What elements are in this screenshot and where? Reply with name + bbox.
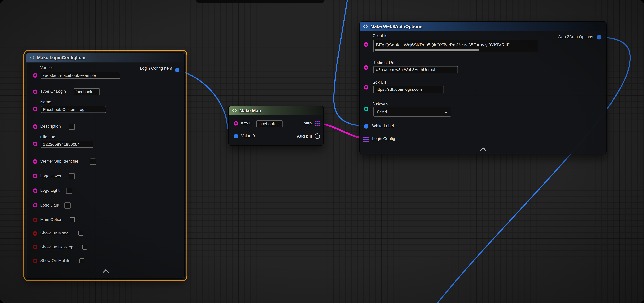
pin-white-label[interactable] <box>364 124 368 128</box>
chevron-up-icon <box>102 269 109 276</box>
type-of-login-field[interactable]: facebook <box>74 88 100 95</box>
node-make-map[interactable]: Make Map Key 0 facebook Map Value 0 Add … <box>228 106 324 146</box>
make-map-icon <box>232 108 237 113</box>
node-header-make-map[interactable]: Make Map <box>229 106 323 115</box>
node-make-web3authoptions[interactable]: Make Web3AuthOptions Web 3Auth Options C… <box>360 21 607 154</box>
pin-show-on-desktop[interactable] <box>33 245 38 249</box>
client-id-label: Client Id <box>372 33 388 38</box>
white-label-label: White Label <box>372 124 394 128</box>
make-struct-icon <box>363 24 368 29</box>
value0-label: Value 0 <box>241 134 255 138</box>
map-output-pin[interactable] <box>315 121 320 126</box>
sdk-url-label: Sdk Url <box>372 80 386 84</box>
wire-login-config-item-to-value0 <box>176 70 236 136</box>
node-title: Make LoginConfigItem <box>37 55 86 60</box>
login-config-label: Login Config <box>372 136 395 141</box>
description-label: Description <box>40 124 61 128</box>
client-id-field-scrollbar[interactable] <box>374 49 480 50</box>
pin-main-option[interactable] <box>33 218 38 222</box>
pin-verifier[interactable] <box>33 73 38 78</box>
make-struct-icon <box>30 55 34 60</box>
pin-sdk-url[interactable] <box>364 85 368 90</box>
name-field[interactable]: Facebook Custom Login <box>41 106 106 113</box>
chevron-up-icon <box>480 147 486 154</box>
logo-light-field[interactable] <box>66 188 72 194</box>
logo-hover-field[interactable] <box>68 173 75 180</box>
node-title: Make Web3AuthOptions <box>370 24 422 29</box>
network-label: Network <box>372 101 388 106</box>
main-option-label: Main Option <box>40 217 62 222</box>
type-of-login-label: Type Of Login <box>40 89 66 94</box>
output-pin-login-config-item[interactable] <box>175 68 180 72</box>
logo-hover-label: Logo Hover <box>40 174 62 178</box>
show-on-mobile-checkbox[interactable] <box>79 258 84 263</box>
pin-logo-hover[interactable] <box>33 174 38 178</box>
pin-client-id[interactable] <box>364 42 368 47</box>
pin-key0[interactable] <box>234 121 238 126</box>
add-pin-icon[interactable]: + <box>315 134 320 139</box>
main-option-checkbox[interactable] <box>70 217 75 222</box>
logo-dark-label: Logo Dark <box>40 203 59 208</box>
node-make-loginconfigitem[interactable]: Make LoginConfigItem Login Config Item V… <box>26 52 185 279</box>
show-on-desktop-checkbox[interactable] <box>82 245 87 250</box>
verifier-label: Verifier <box>40 65 53 70</box>
client-id-label: Client Id <box>40 135 55 139</box>
client-id-field[interactable]: 1222658941886084 <box>41 141 93 148</box>
pin-logo-dark[interactable] <box>33 203 38 208</box>
pin-name[interactable] <box>33 107 38 111</box>
pin-verifier-sub-identifier[interactable] <box>33 159 38 164</box>
pin-description[interactable] <box>33 124 38 129</box>
description-field[interactable] <box>68 124 75 130</box>
pin-login-config[interactable] <box>364 137 369 142</box>
pin-type-of-login[interactable] <box>33 90 38 94</box>
output-pin-label: Web 3Auth Options <box>558 34 593 39</box>
key0-field[interactable]: facebook <box>256 120 282 127</box>
offscreen-node-edge <box>196 0 324 3</box>
chevron-down-icon <box>444 112 448 115</box>
node-title: Make Map <box>240 108 261 113</box>
blueprint-graph-canvas[interactable]: Make LoginConfigItem Login Config Item V… <box>0 0 644 303</box>
collapse-node-button[interactable] <box>478 146 488 152</box>
verifier-sub-identifier-label: Verifier Sub Identifier <box>40 159 78 163</box>
key0-label: Key 0 <box>241 121 252 125</box>
output-pin-label: Login Config Item <box>140 66 172 71</box>
network-dropdown-value: CYAN <box>377 110 387 114</box>
add-pin-label[interactable]: Add pin <box>297 134 312 138</box>
show-on-mobile-label: Show On Mobile <box>40 258 70 263</box>
pin-redirect-url[interactable] <box>364 65 368 70</box>
logo-dark-field[interactable] <box>64 202 71 208</box>
screenshot-frame: Make LoginConfigItem Login Config Item V… <box>0 0 644 303</box>
output-pin-web3auth-options[interactable] <box>597 35 601 40</box>
pin-show-on-mobile[interactable] <box>33 259 38 263</box>
map-output-label: Map <box>304 121 312 125</box>
show-on-modal-checkbox[interactable] <box>78 231 84 236</box>
pin-value0[interactable] <box>234 134 238 138</box>
verifier-field[interactable]: web3auth-facebook-example <box>41 72 120 79</box>
pin-network[interactable] <box>364 107 368 111</box>
network-dropdown[interactable]: CYAN <box>373 107 451 117</box>
verifier-sub-identifier-field[interactable] <box>90 158 96 165</box>
logo-light-label: Logo Light <box>40 188 60 192</box>
sdk-url-field[interactable]: https://sdk.openlogin.com <box>373 86 444 93</box>
node-header-make-web3authoptions[interactable]: Make Web3AuthOptions <box>360 22 606 31</box>
show-on-modal-label: Show On Modal <box>40 231 70 235</box>
pin-show-on-modal[interactable] <box>33 231 38 236</box>
show-on-desktop-label: Show On Desktop <box>40 245 73 249</box>
pin-logo-light[interactable] <box>33 188 38 193</box>
name-label: Name <box>40 100 51 104</box>
redirect-url-field[interactable]: w3a://com.w3a.Web3AuthUnreal <box>373 66 458 74</box>
pin-client-id[interactable] <box>33 142 38 146</box>
collapse-node-button[interactable] <box>100 268 110 274</box>
node-header-make-loginconfigitem[interactable]: Make LoginConfigItem <box>26 52 184 62</box>
redirect-url-label: Redirect Url <box>372 60 394 65</box>
